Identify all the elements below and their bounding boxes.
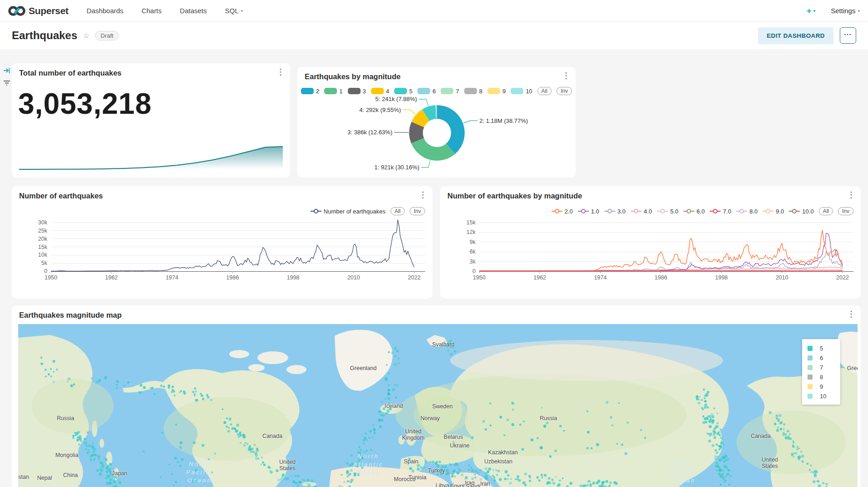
svg-text:6k: 6k [470,249,476,255]
svg-text:3: 386k (12.63%): 3: 386k (12.63%) [347,129,392,136]
svg-text:1962: 1962 [533,274,546,281]
card-earthquakes-by-magnitude: Earthquakes by magnitude ⋮ 21345678910 A… [297,67,576,178]
donut-chart[interactable]: 2: 1.18M (38.77%)1: 921k (30.16%)3: 386k… [297,92,576,178]
svg-text:0: 0 [472,268,476,274]
map-legend-item-10[interactable]: 10 [808,391,836,401]
svg-text:2: 1.18M (38.77%): 2: 1.18M (38.77%) [479,117,528,124]
svg-text:12k: 12k [467,229,476,235]
legend-swatch [808,365,813,370]
status-badge: Draft [95,31,119,41]
plus-icon: + [807,6,812,16]
legend-label: 9 [820,383,823,390]
nav-sql-label: SQL [225,7,239,15]
svg-text:2010: 2010 [776,274,788,281]
legend-label: 5 [820,345,823,352]
settings-menu[interactable]: Settings ▾ [831,7,860,15]
legend-swatch [808,346,813,351]
svg-text:2022: 2022 [408,274,421,281]
caret-down-icon: ▾ [813,9,816,13]
big-number-trendline [19,143,283,172]
svg-text:1: 921k (30.16%): 1: 921k (30.16%) [374,164,419,171]
legend-swatch [808,375,813,380]
card-number-of-earthquakes: Number of earthquakes ⋮ Number of earthq… [12,186,432,299]
map-legend-item-8[interactable]: 8 [808,372,836,382]
page-title: Earthquakes [12,29,77,42]
caret-down-icon: ▾ [241,9,243,13]
card-total-number: Total number of earthquakes ⋮ 3,053,218 [12,63,290,178]
svg-text:20k: 20k [38,236,48,242]
legend-label: 8 [820,374,823,380]
svg-text:1998: 1998 [715,274,728,281]
svg-text:10k: 10k [38,252,48,258]
svg-text:15k: 15k [38,244,48,250]
svg-text:1986: 1986 [655,274,667,281]
card-magnitude-map: Earthquakes magnitude map ⋮ SvalbardGree… [12,305,861,487]
legend-swatch [808,355,813,360]
svg-text:30k: 30k [38,219,48,226]
map-legend-item-7[interactable]: 7 [808,363,836,372]
caret-down-icon: ▾ [858,9,860,13]
svg-text:2010: 2010 [347,274,360,281]
svg-text:3k: 3k [470,259,476,265]
kebab-menu-icon[interactable]: ⋮ [847,310,855,318]
svg-text:5: 241k (7.88%): 5: 241k (7.88%) [375,96,417,102]
navbar: Superset Dashboards Charts Datasets SQL … [0,0,868,22]
kebab-menu-icon[interactable]: ⋮ [562,71,570,80]
multiline-chart[interactable]: 03k6k9k12k15k195019621974198619982010202… [440,186,861,299]
svg-text:0: 0 [44,268,47,274]
chart-title: Earthquakes by magnitude [305,72,401,81]
edit-dashboard-button[interactable]: EDIT DASHBOARD [758,27,833,44]
world-map[interactable]: SvalbardGreenlandIcelandSwedenNorwayUnit… [18,324,858,487]
svg-text:1974: 1974 [594,274,607,281]
legend-label: 10 [820,393,826,400]
nav-datasets[interactable]: Datasets [180,7,207,15]
card-number-by-magnitude: Number of earthquakes by magnitude ⋮ 2.0… [440,186,861,299]
legend-swatch [808,384,813,389]
nav-sql[interactable]: SQL ▾ [225,7,243,15]
expand-filter-bar-icon[interactable] [3,67,10,76]
map-legend-item-6[interactable]: 6 [808,353,836,363]
big-number-value: 3,053,218 [18,87,152,121]
svg-text:4: 292k (9.55%): 4: 292k (9.55%) [359,107,401,113]
map-canvas[interactable] [18,324,858,487]
svg-text:15k: 15k [467,219,476,226]
filter-icon[interactable] [3,80,10,88]
favorite-star-icon[interactable]: ☆ [83,31,90,41]
settings-label: Settings [831,7,855,15]
new-button[interactable]: + ▾ [807,6,816,16]
dashboard-header: Earthquakes ☆ Draft EDIT DASHBOARD ··· [0,22,868,49]
svg-text:5k: 5k [41,260,48,266]
svg-text:1950: 1950 [45,274,57,281]
map-legend-item-9[interactable]: 9 [808,382,836,391]
map-legend: 5678910 [802,339,840,405]
svg-text:1950: 1950 [473,274,486,281]
svg-text:9k: 9k [470,239,476,245]
chart-title: Earthquakes magnitude map [19,311,122,320]
legend-label: 7 [820,364,823,371]
map-legend-item-5[interactable]: 5 [808,344,836,353]
kebab-menu-icon[interactable]: ⋮ [276,68,285,76]
line-chart[interactable]: 05k10k15k20k25k30k1950196219741986199820… [12,186,432,299]
svg-text:2022: 2022 [836,274,849,281]
brand-name: Superset [29,5,68,16]
superset-logo[interactable]: Superset [8,5,68,17]
legend-label: 6 [820,355,823,361]
svg-text:1974: 1974 [166,274,178,281]
nav-charts[interactable]: Charts [141,7,161,15]
svg-text:1986: 1986 [226,274,239,281]
chart-title: Total number of earthquakes [19,69,121,77]
svg-text:1998: 1998 [287,274,300,281]
svg-text:1962: 1962 [105,274,118,281]
nav-dashboards[interactable]: Dashboards [86,7,123,15]
svg-text:25k: 25k [38,228,48,234]
legend-swatch [808,394,813,399]
more-options-button[interactable]: ··· [840,27,856,44]
superset-infinity-icon [8,5,25,17]
